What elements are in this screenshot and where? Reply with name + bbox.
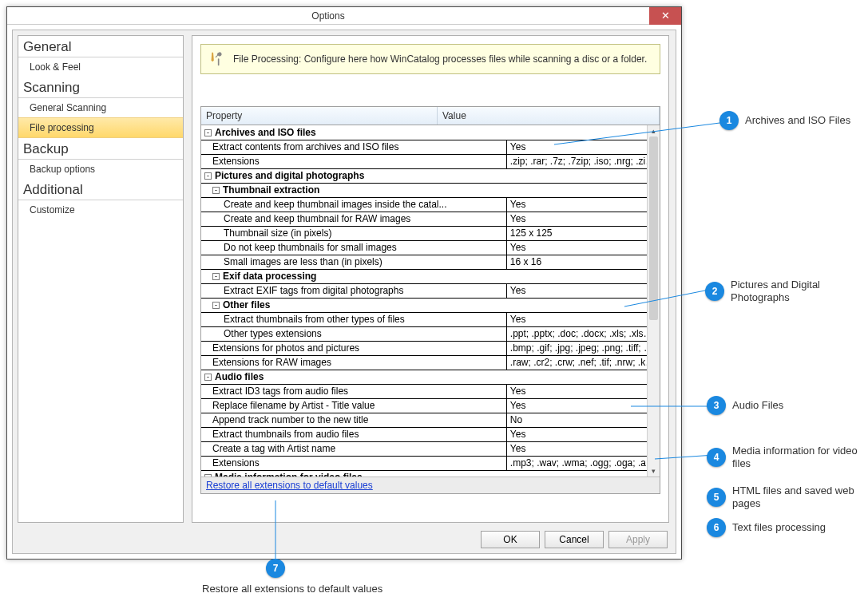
property-label: Extensions for photos and pictures	[201, 341, 506, 355]
property-label: Extensions for RAW images	[201, 355, 506, 370]
property-value[interactable]: .zip; .rar; .7z; .7zip; .iso; .nrg; .zip…	[506, 154, 659, 168]
nav-sidebar: GeneralLook & FeelScanningGeneral Scanni…	[18, 35, 184, 523]
callout-pill: 7	[266, 559, 285, 578]
info-box: File Processing: Configure here how WinC…	[200, 44, 660, 74]
grid-row[interactable]: Extract thumbnails from other types of f…	[201, 312, 660, 326]
property-value[interactable]: No	[506, 413, 659, 427]
callout-pill: 6	[707, 518, 726, 537]
grid-category-row[interactable]: -Other files	[201, 298, 660, 312]
header-property[interactable]: Property	[201, 107, 438, 125]
callout-1: 1 Archives and ISO Files	[719, 111, 850, 130]
grid-category-row[interactable]: -Archives and ISO files	[201, 125, 660, 140]
callout-text: Pictures and Digital Photographs	[731, 279, 858, 303]
grid-category-row[interactable]: -Media information for video files	[201, 470, 660, 477]
property-value[interactable]: Yes	[506, 197, 659, 212]
nav-category: Backup	[18, 138, 183, 160]
callout-pill: 2	[705, 282, 724, 301]
property-label: Extensions	[201, 456, 506, 470]
grid-header: Property Value	[201, 107, 660, 125]
property-value[interactable]: .raw; .cr2; .crw; .nef; .tif; .nrw; .kdc…	[506, 355, 659, 370]
property-label: Extract contents from archives and ISO f…	[201, 140, 506, 154]
property-label: Other types extensions	[201, 326, 506, 341]
grid-row[interactable]: Extensions.zip; .rar; .7z; .7zip; .iso; …	[201, 154, 660, 168]
collapse-icon[interactable]: -	[204, 172, 212, 180]
apply-button[interactable]: Apply	[608, 531, 668, 548]
callout-6: 6 Text files processing	[707, 518, 826, 537]
grid-row[interactable]: Extract contents from archives and ISO f…	[201, 140, 660, 154]
scroll-up-icon[interactable]: ▴	[648, 125, 660, 136]
callout-2: 2 Pictures and Digital Photographs	[705, 279, 858, 303]
grid-row[interactable]: Thumbnail size (in pixels)125 x 125	[201, 226, 660, 240]
property-label: Extract ID3 tags from audio files	[201, 384, 506, 398]
nav-item[interactable]: Customize	[18, 200, 183, 219]
callout-3: 3 Audio Files	[707, 396, 783, 415]
property-label: Extract EXIF tags from digital photograp…	[201, 283, 506, 298]
callout-5: 5 HTML files and saved web pages	[707, 484, 860, 509]
grid-row[interactable]: Create and keep thumbnail images inside …	[201, 197, 660, 212]
ok-button[interactable]: OK	[481, 531, 540, 548]
property-value[interactable]: .bmp; .gif; .jpg; .jpeg; .png; .tiff; .w…	[506, 341, 659, 355]
collapse-icon[interactable]: -	[212, 187, 220, 194]
grid-row[interactable]: Replace filename by Artist - Title value…	[201, 398, 660, 413]
callout-pill: 3	[707, 396, 726, 415]
grid-row[interactable]: Other types extensions.ppt; .pptx; .doc;…	[201, 326, 660, 341]
property-grid: Property Value -Archives and ISO filesEx…	[200, 106, 660, 494]
nav-category: General	[18, 36, 183, 57]
property-value[interactable]: Yes	[506, 212, 659, 226]
titlebar: Options ✕	[7, 7, 681, 25]
nav-item[interactable]: Backup options	[18, 160, 183, 179]
grid-row[interactable]: Extract ID3 tags from audio filesYes	[201, 384, 660, 398]
collapse-icon[interactable]: -	[204, 129, 212, 136]
property-value[interactable]: Yes	[506, 384, 659, 398]
callout-pill: 5	[707, 488, 726, 507]
scroll-down-icon[interactable]: ▾	[648, 465, 660, 477]
tools-icon	[209, 51, 225, 67]
close-button[interactable]: ✕	[649, 7, 681, 25]
options-dialog: Options ✕ GeneralLook & FeelScanningGene…	[6, 6, 682, 560]
nav-item[interactable]: General Scanning	[18, 98, 183, 117]
cancel-button[interactable]: Cancel	[545, 531, 604, 548]
callout-4: 4 Media information for video files	[707, 445, 860, 469]
header-value[interactable]: Value	[438, 107, 660, 125]
grid-category-row[interactable]: -Thumbnail extraction	[201, 183, 660, 197]
restore-defaults-link[interactable]: Restore all extensions to default values	[206, 480, 373, 491]
collapse-icon[interactable]: -	[204, 374, 212, 381]
grid-category-row[interactable]: -Pictures and digital photographs	[201, 168, 660, 183]
property-value[interactable]: Yes	[506, 398, 659, 413]
property-label: Create and keep thumbnail for RAW images	[201, 212, 506, 226]
grid-row[interactable]: Extensions for photos and pictures.bmp; …	[201, 341, 660, 355]
property-value[interactable]: Yes	[506, 427, 659, 441]
collapse-icon[interactable]: -	[204, 474, 212, 477]
property-value[interactable]: Yes	[506, 441, 659, 456]
property-value[interactable]: 16 x 16	[506, 255, 659, 269]
scroll-thumb[interactable]	[649, 136, 658, 320]
property-label: Do not keep thumbnails for small images	[201, 240, 506, 255]
grid-row[interactable]: Small images are less than (in pixels)16…	[201, 255, 660, 269]
grid-footer: Restore all extensions to default values	[201, 477, 660, 493]
dialog-body: GeneralLook & FeelScanningGeneral Scanni…	[12, 30, 676, 554]
property-value[interactable]: Yes	[506, 140, 659, 154]
property-value[interactable]: Yes	[506, 240, 659, 255]
collapse-icon[interactable]: -	[212, 302, 220, 309]
scrollbar[interactable]: ▴ ▾	[647, 125, 660, 477]
grid-row[interactable]: Extract thumbnails from audio filesYes	[201, 427, 660, 441]
property-value[interactable]: 125 x 125	[506, 226, 659, 240]
nav-item[interactable]: File processing	[18, 117, 183, 138]
grid-row[interactable]: Append track number to the new titleNo	[201, 413, 660, 427]
property-label: Extract thumbnails from audio files	[201, 427, 506, 441]
grid-body: -Archives and ISO filesExtract contents …	[201, 125, 660, 477]
grid-category-row[interactable]: -Audio files	[201, 370, 660, 384]
grid-row[interactable]: Extract EXIF tags from digital photograp…	[201, 283, 660, 298]
property-value[interactable]: Yes	[506, 312, 659, 326]
grid-row[interactable]: Extensions for RAW images.raw; .cr2; .cr…	[201, 355, 660, 370]
grid-row[interactable]: Do not keep thumbnails for small imagesY…	[201, 240, 660, 255]
grid-row[interactable]: Create and keep thumbnail for RAW images…	[201, 212, 660, 226]
grid-row[interactable]: Extensions.mp3; .wav; .wma; .ogg; .oga; …	[201, 456, 660, 470]
property-value[interactable]: .mp3; .wav; .wma; .ogg; .oga; .asf; .m4a…	[506, 456, 659, 470]
grid-row[interactable]: Create a tag with Artist nameYes	[201, 441, 660, 456]
collapse-icon[interactable]: -	[212, 273, 220, 280]
property-value[interactable]: .ppt; .pptx; .doc; .docx; .xls; .xlsx; .…	[506, 326, 659, 341]
nav-item[interactable]: Look & Feel	[18, 57, 183, 77]
grid-category-row[interactable]: -Exif data processing	[201, 269, 660, 283]
property-value[interactable]: Yes	[506, 283, 659, 298]
